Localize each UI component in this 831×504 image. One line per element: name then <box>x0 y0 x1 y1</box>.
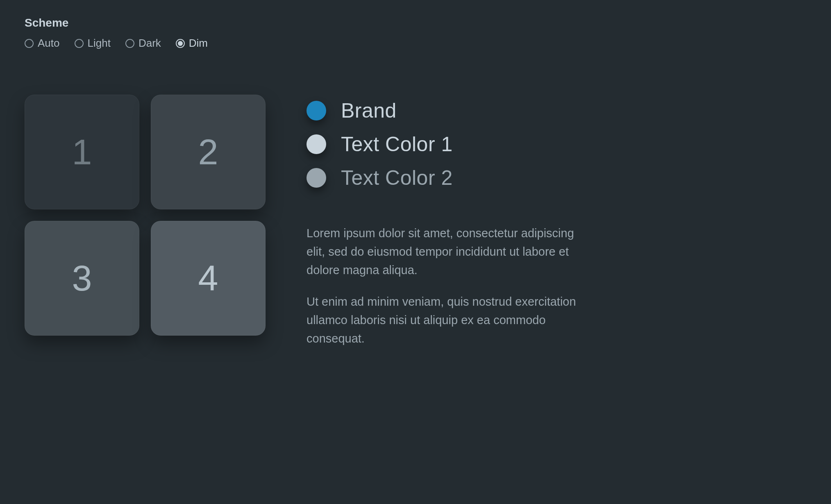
scheme-heading: Scheme <box>25 16 806 30</box>
radio-label: Auto <box>38 37 60 50</box>
elevation-grid: 1 2 3 4 <box>25 95 266 336</box>
radio-icon <box>125 39 134 48</box>
paragraph-1: Lorem ipsum dolor sit amet, consectetur … <box>307 224 585 279</box>
elevation-tile-4: 4 <box>151 221 266 336</box>
radio-icon <box>75 39 84 48</box>
content-row: 1 2 3 4 Brand Text Color 1 Text Color 2 … <box>25 95 806 361</box>
page-root: Scheme Auto Light Dark Dim 1 2 3 4 <box>0 0 831 377</box>
swatch-label: Text Color 1 <box>341 132 453 156</box>
scheme-radio-group: Auto Light Dark Dim <box>25 37 806 50</box>
radio-label: Dark <box>138 37 161 50</box>
swatch-circle-icon <box>307 168 326 188</box>
swatch-circle-icon <box>307 101 326 120</box>
swatch-circle-icon <box>307 134 326 154</box>
scheme-option-dark[interactable]: Dark <box>125 37 161 50</box>
body-text: Lorem ipsum dolor sit amet, consectetur … <box>307 224 585 361</box>
radio-label: Light <box>88 37 111 50</box>
scheme-option-auto[interactable]: Auto <box>25 37 60 50</box>
paragraph-2: Ut enim ad minim veniam, quis nostrud ex… <box>307 293 585 348</box>
radio-label: Dim <box>189 37 208 50</box>
swatch-text-color-2: Text Color 2 <box>307 166 806 190</box>
swatch-label: Text Color 2 <box>341 166 453 190</box>
radio-icon <box>25 39 34 48</box>
radio-icon <box>176 39 185 48</box>
swatch-label: Brand <box>341 99 397 123</box>
elevation-tile-2: 2 <box>151 95 266 209</box>
elevation-tile-1: 1 <box>25 95 139 209</box>
right-column: Brand Text Color 1 Text Color 2 Lorem ip… <box>307 95 806 361</box>
scheme-option-dim[interactable]: Dim <box>176 37 208 50</box>
scheme-option-light[interactable]: Light <box>75 37 111 50</box>
elevation-tile-3: 3 <box>25 221 139 336</box>
swatch-brand: Brand <box>307 99 806 123</box>
swatch-text-color-1: Text Color 1 <box>307 132 806 156</box>
